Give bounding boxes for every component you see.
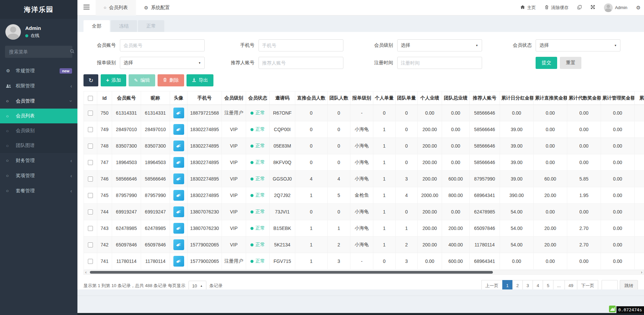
cell-team_orders: 0: [396, 154, 418, 171]
sidebar-item-packages[interactable]: ○ 套餐管理 ‹: [0, 183, 77, 198]
account-input[interactable]: [120, 39, 205, 51]
cell-avatar: [170, 121, 188, 138]
submit-button[interactable]: 提交: [536, 57, 557, 69]
cell-status: 正常: [246, 154, 270, 171]
delete-button[interactable]: 删除: [158, 74, 184, 86]
page-button-49[interactable]: 49: [565, 280, 577, 289]
page-button-5[interactable]: 5: [543, 280, 553, 289]
row-checkbox[interactable]: [88, 242, 93, 247]
status-dot-icon: [250, 128, 253, 131]
sidebar-item-permissions[interactable]: 权限管理 ‹: [0, 78, 77, 93]
cell-total_dividend: 54.00: [500, 220, 534, 237]
jump-page-input[interactable]: [602, 280, 618, 289]
tab-member-list[interactable]: ○ 会员列表: [96, 0, 136, 15]
cell-direct_members: 1: [295, 220, 328, 237]
cell-partial: [635, 138, 644, 154]
row-checkbox[interactable]: [88, 176, 93, 182]
cell-total_dividend: 54.00: [500, 237, 534, 253]
sidebar-item-awards[interactable]: ○ 奖项管理 ‹: [0, 168, 77, 183]
sidebar-item-team-graph[interactable]: ○ 团队图谱: [0, 138, 77, 153]
row-checkbox[interactable]: [88, 127, 93, 132]
referrer-input[interactable]: [259, 57, 343, 69]
pagination-pages: 上一页12345...49下一页: [482, 280, 598, 289]
sidebar-item-member-level[interactable]: ○ 会员级别: [0, 123, 77, 138]
status-tab-normal[interactable]: 正常: [138, 20, 164, 32]
edit-button[interactable]: ✎ 编辑: [129, 74, 155, 86]
order-level-select[interactable]: 选择 ▼: [120, 57, 205, 69]
horizontal-scrollbar[interactable]: ‹ ›: [83, 270, 644, 275]
cell-invite_code: GGSOJ0: [270, 171, 295, 187]
cell-partial: [635, 220, 644, 237]
row-checkbox[interactable]: [88, 111, 93, 116]
table-row: 750613143316131433118879721568注册用户正常R67O…: [84, 105, 644, 121]
page-button-...[interactable]: ...: [553, 280, 565, 289]
cell-team_perf: 600.00: [442, 171, 470, 187]
table-row: 742650978466509784615779002065VIP正常5K213…: [84, 237, 644, 253]
settings-button[interactable]: ⚙: [636, 5, 641, 11]
home-button[interactable]: 主页: [520, 5, 536, 11]
cell-personal_perf: 200.00: [418, 154, 442, 171]
sidebar-item-general[interactable]: ⚙ 常规管理 new: [0, 63, 77, 78]
user-menu[interactable]: Admin: [604, 3, 628, 12]
row-checkbox[interactable]: [88, 259, 93, 264]
page-button-3[interactable]: 3: [522, 280, 533, 289]
page-button-上一页[interactable]: 上一页: [481, 280, 503, 289]
menu-search-input[interactable]: [9, 49, 70, 54]
refresh-icon: ↻: [89, 77, 93, 84]
cell-invite_code: 2Q7J92: [270, 187, 295, 204]
row-checkbox[interactable]: [88, 226, 93, 231]
cell-order_level: -: [350, 253, 373, 270]
cell-account: 62478985: [112, 220, 141, 237]
jump-button[interactable]: 跳转: [620, 280, 638, 289]
circle-icon: ○: [6, 173, 16, 178]
reset-button[interactable]: 重置: [560, 57, 581, 69]
scroll-left-icon[interactable]: ‹: [85, 269, 87, 275]
page-button-2[interactable]: 2: [512, 280, 523, 289]
row-checkbox[interactable]: [88, 160, 93, 165]
clear-cache-button[interactable]: 清除缓存: [545, 5, 569, 11]
page-button-1[interactable]: 1: [502, 280, 513, 289]
cell-id: 746: [97, 171, 112, 187]
reg-time-input[interactable]: [397, 57, 482, 69]
row-checkbox[interactable]: [88, 209, 93, 214]
tab-system-config[interactable]: ⚙ 系统配置: [136, 0, 178, 15]
add-button[interactable]: + 添加: [101, 74, 126, 86]
cell-direct_members: 1: [295, 237, 328, 253]
scroll-right-icon[interactable]: ›: [641, 269, 642, 275]
table-wrap: Id会员账号昵称头像手机号会员级别会员状态邀请码直推会员人数团队人数报单级别个人…: [83, 91, 644, 270]
sidebar-item-member-list[interactable]: ○ 会员列表: [0, 109, 77, 123]
row-checkbox[interactable]: [88, 193, 93, 198]
select-all-checkbox[interactable]: [88, 96, 93, 101]
sidebar-toggle-button[interactable]: [77, 0, 96, 15]
cell-team_members: 4: [328, 171, 350, 187]
column-header-id: Id: [97, 91, 112, 105]
fullscreen-button[interactable]: [590, 5, 595, 10]
page-button-下一页[interactable]: 下一页: [577, 280, 598, 289]
cell-account: 11780114: [112, 253, 141, 270]
scrollbar-thumb[interactable]: [90, 271, 493, 274]
refresh-button[interactable]: ↻: [83, 74, 98, 86]
member-status-select[interactable]: 选择 ▼: [536, 39, 620, 51]
cell-checkbox: [84, 121, 97, 138]
cell-total_gen_bonus: 0.00: [567, 204, 601, 220]
cell-checkbox: [84, 154, 97, 171]
column-header-partial: 累: [635, 91, 644, 105]
page-button-4[interactable]: 4: [533, 280, 543, 289]
member-level-select[interactable]: 选择 ▼: [397, 39, 482, 51]
phone-input[interactable]: [259, 39, 343, 51]
export-button[interactable]: 导出: [187, 74, 213, 86]
menu-search-box[interactable]: [5, 46, 72, 58]
sidebar-item-finance[interactable]: ○ 财务管理 ‹: [0, 153, 77, 168]
row-checkbox[interactable]: [88, 144, 93, 149]
tab-label: 会员列表: [109, 5, 128, 11]
copy-button[interactable]: [577, 5, 582, 10]
status-tab-all[interactable]: 全部: [83, 20, 110, 32]
cell-phone: 15779002065: [188, 253, 222, 270]
status-tab-frozen[interactable]: 冻结: [111, 20, 137, 32]
filter-form: 会员账号 手机号 会员级别 选择 ▼ 会员状态 选: [83, 39, 644, 69]
table-header-row: Id会员账号昵称头像手机号会员级别会员状态邀请码直推会员人数团队人数报单级别个人…: [84, 91, 644, 105]
cell-total_mgmt_bonus: 0.00: [601, 220, 635, 237]
status-badge: 正常: [250, 258, 265, 264]
sidebar-item-members[interactable]: ○ 会员管理 ›: [0, 93, 77, 109]
page-size-select[interactable]: 10 ▲: [189, 281, 206, 290]
